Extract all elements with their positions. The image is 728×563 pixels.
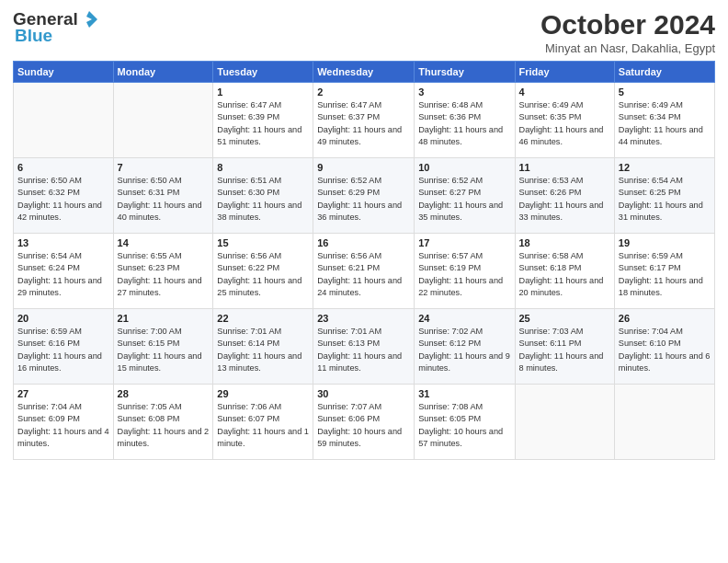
calendar-cell: 13Sunrise: 6:54 AMSunset: 6:24 PMDayligh… [14, 234, 114, 309]
day-number: 10 [418, 162, 510, 173]
calendar-cell: 7Sunrise: 6:50 AMSunset: 6:31 PMDaylight… [113, 158, 213, 234]
calendar-cell: 15Sunrise: 6:56 AMSunset: 6:22 PMDayligh… [213, 234, 313, 309]
day-info: Sunrise: 6:52 AMSunset: 6:27 PMDaylight:… [418, 175, 510, 224]
weekday-header-thursday: Thursday [415, 62, 515, 83]
day-info: Sunrise: 7:07 AMSunset: 6:06 PMDaylight:… [317, 401, 410, 450]
week-row-0: 1Sunrise: 6:47 AMSunset: 6:39 PMDaylight… [14, 83, 715, 158]
day-info: Sunrise: 6:59 AMSunset: 6:16 PMDaylight:… [17, 326, 109, 374]
calendar-cell: 29Sunrise: 7:06 AMSunset: 6:07 PMDayligh… [213, 385, 313, 460]
calendar-cell: 6Sunrise: 6:50 AMSunset: 6:32 PMDaylight… [14, 158, 114, 234]
calendar-cell: 11Sunrise: 6:53 AMSunset: 6:26 PMDayligh… [515, 158, 614, 234]
day-number: 30 [317, 388, 410, 399]
logo: General Blue [13, 9, 100, 46]
day-info: Sunrise: 6:50 AMSunset: 6:31 PMDaylight:… [118, 175, 210, 224]
calendar-cell: 20Sunrise: 6:59 AMSunset: 6:16 PMDayligh… [14, 309, 114, 385]
calendar-cell: 8Sunrise: 6:51 AMSunset: 6:30 PMDaylight… [213, 158, 313, 234]
weekday-header-row: SundayMondayTuesdayWednesdayThursdayFrid… [14, 62, 715, 83]
header: General Blue October 2024 Minyat an Nasr… [13, 9, 715, 55]
calendar-cell: 27Sunrise: 7:04 AMSunset: 6:09 PMDayligh… [14, 385, 114, 460]
month-title: October 2024 [540, 9, 715, 40]
day-info: Sunrise: 7:01 AMSunset: 6:14 PMDaylight:… [217, 326, 309, 374]
day-number: 22 [217, 313, 309, 324]
day-number: 4 [519, 86, 610, 98]
calendar-cell: 17Sunrise: 6:57 AMSunset: 6:19 PMDayligh… [415, 234, 515, 309]
day-number: 31 [418, 388, 510, 399]
calendar-cell: 5Sunrise: 6:49 AMSunset: 6:34 PMDaylight… [614, 83, 714, 158]
day-info: Sunrise: 6:52 AMSunset: 6:29 PMDaylight:… [317, 175, 410, 224]
day-info: Sunrise: 6:54 AMSunset: 6:25 PMDaylight:… [619, 175, 711, 224]
day-number: 15 [217, 237, 309, 248]
weekday-header-wednesday: Wednesday [313, 62, 415, 83]
day-number: 3 [418, 86, 510, 98]
calendar-cell: 2Sunrise: 6:47 AMSunset: 6:37 PMDaylight… [313, 83, 415, 158]
day-number: 21 [118, 313, 210, 324]
day-info: Sunrise: 6:50 AMSunset: 6:32 PMDaylight:… [17, 175, 109, 224]
calendar-cell: 25Sunrise: 7:03 AMSunset: 6:11 PMDayligh… [515, 309, 614, 385]
calendar-cell: 10Sunrise: 6:52 AMSunset: 6:27 PMDayligh… [415, 158, 515, 234]
day-info: Sunrise: 7:00 AMSunset: 6:15 PMDaylight:… [118, 326, 210, 374]
week-row-3: 20Sunrise: 6:59 AMSunset: 6:16 PMDayligh… [14, 309, 715, 385]
day-number: 13 [17, 237, 109, 248]
calendar-cell: 3Sunrise: 6:48 AMSunset: 6:36 PMDaylight… [415, 83, 515, 158]
calendar-table: SundayMondayTuesdayWednesdayThursdayFrid… [13, 61, 715, 460]
day-number: 17 [418, 237, 510, 248]
calendar-cell: 4Sunrise: 6:49 AMSunset: 6:35 PMDaylight… [515, 83, 614, 158]
day-number: 14 [118, 237, 210, 248]
calendar-cell [614, 385, 714, 460]
day-info: Sunrise: 6:49 AMSunset: 6:35 PMDaylight:… [519, 99, 610, 148]
calendar-cell: 23Sunrise: 7:01 AMSunset: 6:13 PMDayligh… [313, 309, 415, 385]
weekday-header-tuesday: Tuesday [213, 62, 313, 83]
calendar-cell: 18Sunrise: 6:58 AMSunset: 6:18 PMDayligh… [515, 234, 614, 309]
day-number: 27 [17, 388, 109, 399]
calendar-cell: 24Sunrise: 7:02 AMSunset: 6:12 PMDayligh… [415, 309, 515, 385]
logo-icon [79, 9, 99, 29]
page: General Blue October 2024 Minyat an Nasr… [0, 0, 728, 563]
day-info: Sunrise: 7:04 AMSunset: 6:10 PMDaylight:… [619, 326, 711, 374]
day-number: 8 [217, 162, 309, 173]
day-info: Sunrise: 6:55 AMSunset: 6:23 PMDaylight:… [118, 250, 210, 299]
week-row-4: 27Sunrise: 7:04 AMSunset: 6:09 PMDayligh… [14, 385, 715, 460]
day-info: Sunrise: 6:53 AMSunset: 6:26 PMDaylight:… [519, 175, 610, 224]
weekday-header-saturday: Saturday [614, 62, 714, 83]
calendar-cell: 26Sunrise: 7:04 AMSunset: 6:10 PMDayligh… [614, 309, 714, 385]
calendar-cell: 31Sunrise: 7:08 AMSunset: 6:05 PMDayligh… [415, 385, 515, 460]
calendar-cell [113, 83, 213, 158]
day-number: 20 [17, 313, 109, 324]
day-info: Sunrise: 7:06 AMSunset: 6:07 PMDaylight:… [217, 401, 309, 450]
day-number: 5 [619, 86, 711, 98]
day-info: Sunrise: 6:47 AMSunset: 6:39 PMDaylight:… [217, 99, 309, 148]
week-row-2: 13Sunrise: 6:54 AMSunset: 6:24 PMDayligh… [14, 234, 715, 309]
day-info: Sunrise: 6:56 AMSunset: 6:22 PMDaylight:… [217, 250, 309, 299]
day-number: 11 [519, 162, 610, 173]
day-info: Sunrise: 6:51 AMSunset: 6:30 PMDaylight:… [217, 175, 309, 224]
day-info: Sunrise: 6:59 AMSunset: 6:17 PMDaylight:… [619, 250, 711, 299]
day-info: Sunrise: 6:56 AMSunset: 6:21 PMDaylight:… [317, 250, 410, 299]
subtitle: Minyat an Nasr, Dakahlia, Egypt [540, 41, 715, 55]
day-number: 19 [619, 237, 711, 248]
day-number: 28 [118, 388, 210, 399]
day-number: 7 [118, 162, 210, 173]
day-number: 23 [317, 313, 410, 324]
calendar-cell: 9Sunrise: 6:52 AMSunset: 6:29 PMDaylight… [313, 158, 415, 234]
calendar-cell: 1Sunrise: 6:47 AMSunset: 6:39 PMDaylight… [213, 83, 313, 158]
day-number: 29 [217, 388, 309, 399]
day-number: 16 [317, 237, 410, 248]
calendar-cell: 19Sunrise: 6:59 AMSunset: 6:17 PMDayligh… [614, 234, 714, 309]
day-number: 6 [17, 162, 109, 173]
calendar-cell: 16Sunrise: 6:56 AMSunset: 6:21 PMDayligh… [313, 234, 415, 309]
day-info: Sunrise: 6:57 AMSunset: 6:19 PMDaylight:… [418, 250, 510, 299]
day-number: 9 [317, 162, 410, 173]
day-number: 26 [619, 313, 711, 324]
calendar-cell [515, 385, 614, 460]
svg-marker-0 [86, 11, 97, 28]
day-info: Sunrise: 7:04 AMSunset: 6:09 PMDaylight:… [17, 401, 109, 450]
day-info: Sunrise: 6:48 AMSunset: 6:36 PMDaylight:… [418, 99, 510, 148]
day-info: Sunrise: 7:01 AMSunset: 6:13 PMDaylight:… [317, 326, 410, 374]
day-number: 24 [418, 313, 510, 324]
weekday-header-friday: Friday [515, 62, 614, 83]
logo-blue: Blue [15, 26, 52, 46]
day-number: 2 [317, 86, 410, 98]
calendar-cell: 30Sunrise: 7:07 AMSunset: 6:06 PMDayligh… [313, 385, 415, 460]
calendar-cell: 12Sunrise: 6:54 AMSunset: 6:25 PMDayligh… [614, 158, 714, 234]
calendar-cell: 28Sunrise: 7:05 AMSunset: 6:08 PMDayligh… [113, 385, 213, 460]
